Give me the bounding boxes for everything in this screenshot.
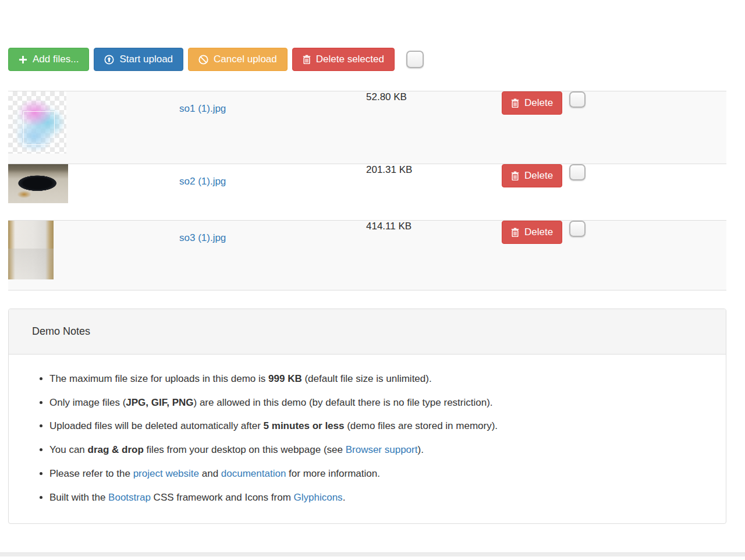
note-text: for more information. <box>286 468 380 479</box>
inline-link[interactable]: documentation <box>221 468 286 479</box>
file-name-link[interactable]: so3 (1).jpg <box>179 232 226 244</box>
file-row: so3 (1).jpg 414.11 KB <box>8 221 726 290</box>
inline-link[interactable]: Bootstrap <box>108 492 151 503</box>
note-text: drag & drop <box>88 444 144 455</box>
upload-demo-page: Add files... Start upload Cancel upload <box>0 0 745 524</box>
delete-selected-label: Delete selected <box>316 54 384 65</box>
trash-icon <box>511 171 519 180</box>
delete-file-button[interactable]: Delete <box>502 164 562 187</box>
file-select-checkbox[interactable] <box>569 164 586 180</box>
inline-link[interactable]: project website <box>133 468 199 479</box>
trash-icon <box>511 98 519 108</box>
file-thumbnail[interactable] <box>8 164 68 203</box>
trash-icon <box>303 55 311 64</box>
demo-note-item: The maximum file size for uploads in thi… <box>49 373 703 385</box>
demo-notes-heading: Demo Notes <box>9 309 726 355</box>
note-text: Uploaded files will be deleted automatic… <box>49 420 264 431</box>
horizontal-scrollbar[interactable] <box>0 552 745 557</box>
delete-selected-button[interactable]: Delete selected <box>292 48 395 71</box>
file-name-link[interactable]: so1 (1).jpg <box>179 103 226 115</box>
delete-file-label: Delete <box>524 97 553 109</box>
note-text: (default file size is unlimited). <box>302 373 432 384</box>
note-text: (demo files are stored in memory). <box>344 420 498 431</box>
note-text: 999 KB <box>268 373 302 384</box>
delete-file-label: Delete <box>524 170 553 182</box>
demo-note-item: Built with the Bootstrap CSS framework a… <box>49 492 703 504</box>
note-text: The maximum file size for uploads in thi… <box>49 373 268 384</box>
demo-notes-panel: Demo Notes The maximum file size for upl… <box>8 309 726 524</box>
note-text: 5 minutes or less <box>264 420 345 431</box>
fileupload-toolbar: Add files... Start upload Cancel upload <box>8 48 726 71</box>
add-files-button[interactable]: Add files... <box>8 48 89 71</box>
delete-file-button[interactable]: Delete <box>502 91 562 115</box>
delete-file-button[interactable]: Delete <box>502 221 562 244</box>
file-thumbnail[interactable] <box>8 221 54 279</box>
ban-circle-icon <box>198 55 208 65</box>
inline-link[interactable]: Browser support <box>346 444 418 455</box>
note-text: ) are allowed in this demo (by default t… <box>194 397 493 408</box>
toggle-all-checkbox[interactable] <box>406 51 424 68</box>
note-text: ). <box>417 444 423 455</box>
file-name-link[interactable]: so2 (1).jpg <box>179 176 226 187</box>
file-size: 201.31 KB <box>366 164 502 176</box>
note-text: and <box>199 468 221 479</box>
files-table: so1 (1).jpg 52.80 KB <box>8 91 726 290</box>
file-thumbnail[interactable] <box>8 91 66 154</box>
cancel-upload-label: Cancel upload <box>214 54 277 65</box>
trash-icon <box>511 228 519 237</box>
upload-circle-icon <box>104 55 114 65</box>
demo-notes-title: Demo Notes <box>32 325 90 337</box>
add-files-label: Add files... <box>33 54 79 65</box>
file-select-checkbox[interactable] <box>569 221 586 237</box>
file-size: 52.80 KB <box>366 91 502 103</box>
note-text: Built with the <box>49 492 108 503</box>
demo-notes-body: The maximum file size for uploads in thi… <box>9 355 726 523</box>
demo-note-item: Only image files (JPG, GIF, PNG) are all… <box>49 397 703 409</box>
note-text: Please refer to the <box>49 468 133 479</box>
note-text: files from your desktop on this webpage … <box>144 444 346 455</box>
note-text: . <box>343 492 346 503</box>
start-upload-button[interactable]: Start upload <box>94 48 183 71</box>
start-upload-label: Start upload <box>119 54 173 65</box>
note-text: CSS framework and Icons from <box>151 492 294 503</box>
note-text: JPG, GIF, PNG <box>126 397 193 408</box>
delete-file-label: Delete <box>524 226 553 238</box>
demo-note-item: Uploaded files will be deleted automatic… <box>49 420 703 433</box>
note-text: Only image files ( <box>49 397 126 408</box>
file-row: so1 (1).jpg 52.80 KB <box>8 91 726 164</box>
demo-note-item: Please refer to the project website and … <box>49 468 703 480</box>
inline-link[interactable]: Glyphicons <box>294 492 343 503</box>
file-size: 414.11 KB <box>366 221 502 232</box>
cancel-upload-button[interactable]: Cancel upload <box>188 48 288 71</box>
plus-icon <box>19 55 27 64</box>
file-select-checkbox[interactable] <box>569 91 586 108</box>
demo-note-item: You can drag & drop files from your desk… <box>49 444 703 456</box>
file-row: so2 (1).jpg 201.31 KB <box>8 164 726 221</box>
note-text: You can <box>49 444 88 455</box>
demo-notes-list: The maximum file size for uploads in thi… <box>32 373 703 504</box>
